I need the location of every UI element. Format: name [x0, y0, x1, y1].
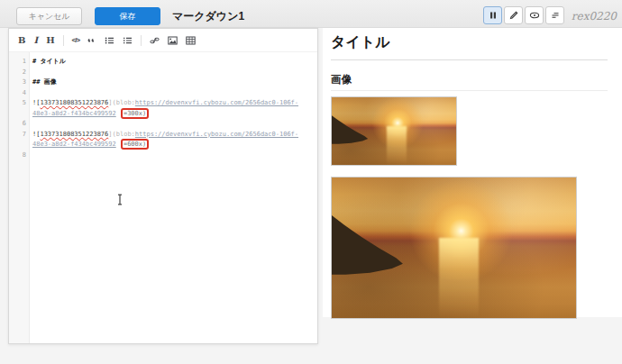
eye-icon	[529, 11, 540, 20]
line-number: 2	[9, 68, 30, 78]
toolbar-divider	[63, 35, 64, 46]
line-number: 5	[9, 98, 30, 119]
text-cursor-ibeam	[116, 194, 123, 210]
size-annotation-box-600: =600x)	[121, 139, 149, 150]
line-number: 3	[9, 77, 30, 88]
sunset-image-large	[331, 177, 577, 319]
code-icon[interactable]: </>	[72, 36, 80, 45]
editor-line: 6	[9, 119, 317, 130]
blob-scheme: blob:	[116, 131, 135, 138]
view-mode-toggle-group	[483, 6, 564, 24]
top-toolbar: キャンセル 保存 マークダウン1	[0, 0, 622, 28]
username-label: rex0220	[572, 10, 617, 23]
markdown-punct: ](	[108, 99, 115, 106]
edit-view-button[interactable]	[504, 6, 523, 24]
bold-icon[interactable]: B	[18, 36, 25, 45]
split-view-button[interactable]	[483, 6, 502, 24]
cancel-button[interactable]: キャンセル	[16, 7, 82, 25]
editor-line: 3 ## 画像	[9, 77, 317, 88]
blob-scheme: blob:	[116, 99, 135, 106]
markdown-h2-source: ## 画像	[32, 78, 57, 86]
editor-pane: B I H </>	[8, 28, 318, 344]
line-number: 8	[9, 150, 30, 161]
editor-format-toolbar: B I H </>	[9, 29, 317, 52]
save-button[interactable]: 保存	[95, 7, 160, 25]
table-icon[interactable]	[186, 32, 196, 49]
markdown-punct: ](	[108, 131, 115, 138]
heading-icon[interactable]: H	[46, 36, 54, 45]
preview-view-button[interactable]	[525, 6, 544, 24]
outline-view-button[interactable]	[545, 6, 564, 24]
line-number: 1	[9, 57, 30, 68]
editor-line: 8	[9, 150, 317, 161]
editor-line: 4	[9, 88, 317, 99]
editor-line: 5 ![133731808351223876](blob:https://dev…	[9, 98, 317, 119]
image-markdown-line-1: ![133731808351223876](blob:https://deven…	[30, 98, 317, 119]
line-number: 6	[9, 119, 30, 130]
line-number: 7	[9, 130, 30, 150]
markdown-h1-source: # タイトル	[32, 58, 66, 65]
list-ul-icon[interactable]	[105, 32, 114, 49]
editor-line: 7 ![133731808351223876](blob:https://dev…	[9, 130, 317, 150]
list-ol-icon[interactable]	[123, 32, 133, 49]
line-number: 4	[9, 88, 30, 99]
image-alt-text: 133731808351223876	[40, 99, 108, 106]
document-title: マークダウン1	[172, 9, 244, 24]
toolbar-divider	[141, 35, 142, 46]
size-annotation-box-300: =300x)	[121, 108, 149, 119]
preview-image-heading: 画像	[331, 73, 608, 91]
quote-icon[interactable]	[87, 32, 96, 49]
image-alt-text: 133731808351223876	[40, 131, 108, 138]
pause-icon	[489, 11, 498, 20]
markdown-editor-app: キャンセル 保存 マークダウン1	[0, 0, 622, 364]
image-icon[interactable]	[168, 32, 178, 49]
editor-line: 2	[9, 68, 317, 78]
preview-title-heading: タイトル	[331, 33, 608, 60]
editor-line: 1 # タイトル	[9, 57, 317, 68]
pencil-icon	[509, 11, 518, 20]
link-icon[interactable]	[150, 32, 160, 49]
image-markdown-line-2: ![133731808351223876](blob:https://deven…	[30, 130, 317, 150]
sunset-image-small	[331, 96, 457, 166]
italic-icon[interactable]: I	[33, 36, 38, 45]
code-editor[interactable]: 1 # タイトル 2 3 ## 画像 4 5 ![13373180835	[9, 52, 317, 343]
outline-lines-icon	[551, 11, 560, 20]
preview-pane: タイトル 画像	[323, 28, 622, 317]
